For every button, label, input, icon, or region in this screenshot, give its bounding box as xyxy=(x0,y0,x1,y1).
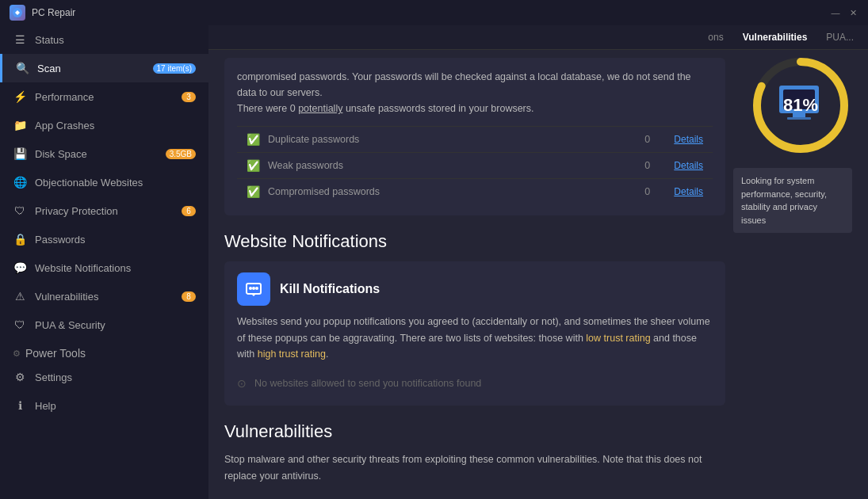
svg-point-10 xyxy=(255,287,258,290)
titlebar-controls: — ✕ xyxy=(830,7,858,18)
sidebar-label-pua-security: PUA & Security xyxy=(35,319,196,331)
svg-point-9 xyxy=(252,287,255,290)
content-body: compromised passwords. Your passwords wi… xyxy=(208,50,868,499)
sidebar-item-performance[interactable]: ⚡ Performance 3 xyxy=(0,82,208,111)
app-title: PC Repair xyxy=(32,7,75,18)
password-row-compromised: ✅ Compromised passwords 0 Details xyxy=(237,178,713,204)
sidebar-label-website-notifications: Website Notifications xyxy=(35,262,196,274)
weak-check-icon: ✅ xyxy=(247,159,260,172)
sidebar-label-performance: Performance xyxy=(35,91,174,103)
svg-point-8 xyxy=(249,287,252,290)
sidebar-label-status: Status xyxy=(35,34,196,46)
performance-icon: ⚡ xyxy=(13,90,27,104)
no-notifications-text: No websites allowed to send you notifica… xyxy=(254,378,481,389)
sidebar-label-passwords: Passwords xyxy=(35,234,196,246)
duplicate-label: Duplicate passwords xyxy=(268,134,637,145)
passwords-icon: 🔒 xyxy=(13,232,27,246)
pua-security-icon: 🛡 xyxy=(13,318,27,332)
vulnerabilities-icon: ⚠ xyxy=(13,289,27,303)
power-tools-section: ⚙ Power Tools xyxy=(0,339,208,363)
sidebar-item-app-crashes[interactable]: 📁 App Crashes xyxy=(0,111,208,139)
sidebar-label-privacy-protection: Privacy Protection xyxy=(35,205,174,217)
privacy-protection-badge: 6 xyxy=(182,206,196,216)
tab-pua[interactable]: PUA... xyxy=(821,30,858,44)
main-layout: ☰ Status 🔍 Scan 17 item(s) ⚡ Performance… xyxy=(0,25,868,499)
kill-notifications-icon xyxy=(237,272,270,306)
titlebar: PC Repair — ✕ xyxy=(0,0,868,25)
vulnerabilities-desc: Stop malware and other security threats … xyxy=(224,451,725,484)
kill-notifications-desc: Websites send you popup notifications yo… xyxy=(237,314,713,363)
sidebar-item-disk-space[interactable]: 💾 Disk Space 3.5GB xyxy=(0,139,208,168)
duplicate-details[interactable]: Details xyxy=(674,134,703,145)
weak-label: Weak passwords xyxy=(268,160,637,171)
no-items-circle-icon: ⊙ xyxy=(237,377,247,390)
content-area: ons Vulnerabilities PUA... 81% Lo xyxy=(208,25,868,499)
sidebar-item-objectionable-websites[interactable]: 🌐 Objectionable Websites xyxy=(0,168,208,196)
sidebar-label-settings: Settings xyxy=(35,371,196,383)
kill-notifications-header: Kill Notifications xyxy=(237,272,713,306)
scan-icon: 🔍 xyxy=(15,61,29,75)
performance-badge: 3 xyxy=(182,92,196,102)
help-icon: ℹ xyxy=(13,398,27,413)
sidebar-label-disk-space: Disk Space xyxy=(35,148,158,160)
password-row-duplicate: ✅ Duplicate passwords 0 Details xyxy=(237,126,713,152)
high-trust-highlight: high trust rating xyxy=(258,349,326,360)
potentially-text: potentially xyxy=(298,103,342,114)
content-tabs: ons Vulnerabilities PUA... xyxy=(208,25,868,50)
settings-icon: ⚙ xyxy=(13,370,27,384)
compromised-count: 0 xyxy=(644,186,650,197)
vulnerabilities-badge: 8 xyxy=(182,291,196,302)
sidebar-item-passwords[interactable]: 🔒 Passwords xyxy=(0,225,208,253)
kill-notifications-title: Kill Notifications xyxy=(280,282,380,296)
password-intro-text1: compromised passwords. Your passwords wi… xyxy=(237,71,691,114)
minimize-button[interactable]: — xyxy=(830,7,841,18)
sidebar-item-settings[interactable]: ⚙ Settings xyxy=(0,363,208,391)
power-tools-label: Power Tools xyxy=(25,347,86,360)
disk-space-icon: 💾 xyxy=(13,147,27,161)
sidebar-label-vulnerabilities: Vulnerabilities xyxy=(35,291,174,303)
weak-count: 0 xyxy=(644,160,650,171)
password-section: compromised passwords. Your passwords wi… xyxy=(224,58,725,215)
sidebar-item-help[interactable]: ℹ Help xyxy=(0,391,208,420)
status-icon: ☰ xyxy=(13,32,27,47)
low-trust-highlight: low trust rating xyxy=(586,333,650,344)
sidebar-item-website-notifications[interactable]: 💬 Website Notifications xyxy=(0,253,208,282)
website-notifications-icon: 💬 xyxy=(13,261,27,275)
password-row-weak: ✅ Weak passwords 0 Details xyxy=(237,152,713,178)
scan-badge: 17 item(s) xyxy=(153,63,196,74)
vulnerabilities-section: Vulnerabilities Stop malware and other s… xyxy=(224,421,725,484)
privacy-protection-icon: 🛡 xyxy=(13,204,27,218)
sidebar-item-scan[interactable]: 🔍 Scan 17 item(s) xyxy=(0,54,208,82)
close-button[interactable]: ✕ xyxy=(847,7,858,18)
tab-ons[interactable]: ons xyxy=(703,30,728,44)
kill-notifications-card: Kill Notifications Websites send you pop… xyxy=(224,261,725,406)
vulnerabilities-title: Vulnerabilities xyxy=(224,421,598,442)
website-notifications-title: Website Notifications xyxy=(224,231,725,252)
sidebar-item-privacy-protection[interactable]: 🛡 Privacy Protection 6 xyxy=(0,196,208,225)
disk-space-badge: 3.5GB xyxy=(166,149,196,159)
sidebar-label-app-crashes: App Crashes xyxy=(35,120,196,131)
no-notifications-row: ⊙ No websites allowed to send you notifi… xyxy=(237,372,713,394)
compromised-label: Compromised passwords xyxy=(268,186,637,197)
objectionable-websites-icon: 🌐 xyxy=(13,175,27,189)
sidebar-label-objectionable-websites: Objectionable Websites xyxy=(35,177,196,189)
sidebar: ☰ Status 🔍 Scan 17 item(s) ⚡ Performance… xyxy=(0,25,208,499)
compromised-check-icon: ✅ xyxy=(247,185,260,198)
duplicate-check-icon: ✅ xyxy=(247,133,260,146)
compromised-details[interactable]: Details xyxy=(674,186,703,197)
sidebar-label-scan: Scan xyxy=(37,63,145,74)
power-tools-icon: ⚙ xyxy=(13,349,21,359)
app-crashes-icon: 📁 xyxy=(13,118,27,132)
sidebar-item-pua-security[interactable]: 🛡 PUA & Security xyxy=(0,310,208,339)
sidebar-item-status[interactable]: ☰ Status xyxy=(0,25,208,54)
tab-vulnerabilities[interactable]: Vulnerabilities xyxy=(738,30,813,44)
weak-details[interactable]: Details xyxy=(674,160,703,171)
password-intro: compromised passwords. Your passwords wi… xyxy=(237,69,713,116)
sidebar-item-vulnerabilities[interactable]: ⚠ Vulnerabilities 8 xyxy=(0,282,208,310)
titlebar-left: PC Repair xyxy=(10,5,75,21)
sidebar-label-help: Help xyxy=(35,400,196,412)
duplicate-count: 0 xyxy=(644,134,650,145)
app-logo xyxy=(10,5,25,21)
